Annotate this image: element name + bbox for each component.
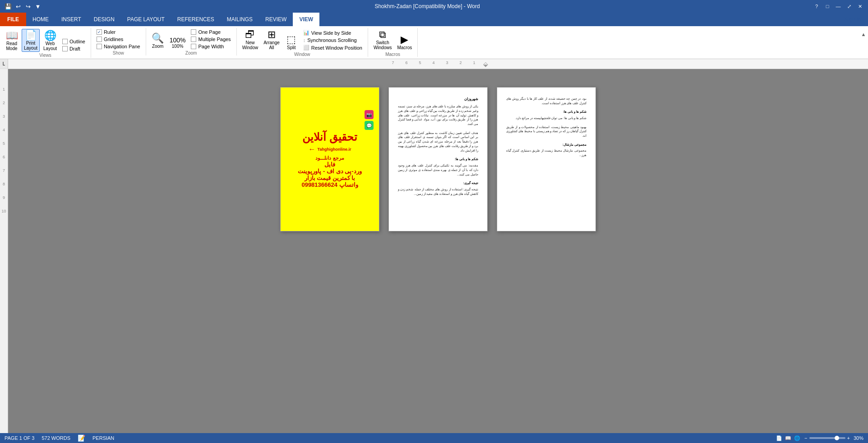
ribbon-display-btn[interactable]: □ — [823, 2, 832, 11]
sign-in-link[interactable]: Sign in — [837, 13, 868, 26]
page2-para4: نتیجه گیری: استفاده از روش های مختلف از … — [398, 187, 478, 196]
draft-check[interactable]: Draft — [60, 46, 87, 52]
zoom-minus-btn[interactable]: − — [804, 435, 807, 441]
zoom-btn[interactable]: 🔍 Zoom — [150, 32, 166, 50]
page-1: 📷 💬 تحقیق آنلاین Tahghighonline.ir ← مرج… — [280, 87, 379, 231]
nav-pane-checkbox-box — [97, 44, 102, 49]
language-indicator[interactable]: PERSIAN — [92, 435, 114, 441]
web-layout-btn[interactable]: 🌐 WebLayout — [42, 30, 59, 52]
new-window-btn[interactable]: 🗗 NewWindow — [240, 29, 260, 51]
zoom-group-label: Zoom — [185, 51, 197, 55]
new-window-icon: 🗗 — [245, 30, 255, 40]
macros-btn[interactable]: ▶ Macros — [395, 34, 414, 51]
macros-group-label: Macros — [385, 52, 400, 57]
title-bar-right: ? □ — ⤢ ✕ — [812, 2, 864, 11]
arrange-all-btn[interactable]: ⊞ ArrangeAll — [262, 29, 282, 51]
nav-pane-label: Navigation Pane — [104, 44, 140, 49]
page-width-checkbox-box — [191, 44, 196, 49]
macros-label: Macros — [397, 45, 412, 50]
arrange-all-icon: ⊞ — [268, 30, 276, 40]
reset-window-btn[interactable]: ⬜ Reset Window Position — [301, 44, 364, 51]
zoom-label: Zoom — [152, 44, 164, 49]
document-scroll[interactable]: 📷 💬 تحقیق آنلاین Tahghighonline.ir ← مرج… — [8, 69, 868, 433]
zoom-percentage[interactable]: 30% — [854, 435, 863, 441]
minimize-btn[interactable]: — — [834, 2, 843, 11]
split-icon: ⬚ — [286, 35, 296, 45]
collapse-ribbon-btn[interactable]: ▲ — [859, 30, 868, 39]
page2-heading: شهروزان — [398, 97, 478, 102]
views-group-label: Views — [39, 53, 51, 58]
multi-pages-check[interactable]: Multiple Pages — [189, 36, 232, 42]
instagram-icon: 📷 — [365, 110, 374, 119]
print-view-icon[interactable]: 📄 — [776, 434, 783, 442]
view-side-label: View Side by Side — [311, 30, 351, 36]
read-view-icon[interactable]: 📖 — [785, 434, 792, 442]
sync-label: Synchronous Scrolling — [307, 37, 356, 43]
ruler-label: Ruler — [104, 29, 115, 35]
outline-check[interactable]: Outline — [60, 38, 87, 45]
tab-design[interactable]: DESIGN — [88, 13, 121, 26]
close-btn[interactable]: ✕ — [855, 2, 864, 11]
show-checks: Ruler Gridlines Navigation Pane — [95, 29, 142, 50]
restore-btn[interactable]: ⤢ — [845, 2, 854, 11]
vr-3: 3 — [3, 114, 5, 128]
ribbon-group-views: 📖 ReadMode 📄 PrintLayout 🌐 WebLayout Out… — [0, 28, 91, 58]
arrange-all-label: ArrangeAll — [263, 40, 280, 50]
spell-check-icon[interactable]: 📝 — [78, 434, 85, 442]
page-2-content: شهروزان یکی از روش های مبارزه با علف های… — [389, 88, 487, 231]
ribbon-tab-bar: FILE HOME INSERT DESIGN PAGE LAYOUT REFE… — [0, 13, 868, 26]
gridlines-check[interactable]: Gridlines — [95, 36, 142, 42]
nav-pane-check[interactable]: Navigation Pane — [95, 43, 142, 50]
word-count: 572 WORDS — [42, 435, 70, 441]
tab-home[interactable]: HOME — [26, 13, 55, 26]
one-page-check[interactable]: One Page — [189, 29, 232, 35]
document-area: 1 2 3 4 5 6 7 8 9 10 📷 💬 تحقیق آنلاین — [0, 69, 868, 433]
new-window-label: NewWindow — [242, 40, 259, 50]
page3-para3: بهبود ماهیتی محیط زیست، استفاده از محصول… — [506, 125, 586, 138]
page2-head2: شکم ها و بانی ها: — [398, 157, 478, 162]
read-mode-label: ReadMode — [6, 41, 17, 51]
zoom-slider-track[interactable] — [809, 437, 845, 439]
ad-social-icons: 📷 💬 — [365, 110, 374, 130]
split-btn[interactable]: ⬚ Split — [283, 34, 300, 51]
zoom-slider-thumb[interactable] — [835, 436, 839, 440]
undo-quick-btn[interactable]: ↩ — [14, 2, 23, 11]
whatsapp-icon: 💬 — [365, 121, 374, 130]
redo-quick-btn[interactable]: ↪ — [23, 2, 32, 11]
ad-arrow: ← — [309, 145, 316, 153]
ribbon-group-window: 🗗 NewWindow ⊞ ArrangeAll ⬚ Split 📊 View … — [237, 28, 368, 57]
read-mode-btn[interactable]: 📖 ReadMode — [4, 30, 20, 52]
macros-items: ⧉ SwitchWindows ▶ Macros — [372, 29, 414, 51]
page-width-check[interactable]: Page Width — [189, 43, 232, 50]
customize-quick-btn[interactable]: ▼ — [33, 2, 42, 11]
switch-windows-btn[interactable]: ⧉ SwitchWindows — [372, 29, 394, 51]
tab-references[interactable]: REFERENCES — [171, 13, 221, 26]
page2-title: شهروزان — [398, 97, 478, 102]
tab-insert[interactable]: INSERT — [55, 13, 88, 26]
zoom-plus-btn[interactable]: + — [847, 435, 850, 441]
zoom-100-label: 100% — [172, 44, 184, 49]
ruler-marker[interactable]: ⬙ — [481, 60, 490, 68]
print-layout-btn[interactable]: 📄 PrintLayout — [22, 29, 40, 52]
save-quick-btn[interactable]: 💾 — [4, 2, 13, 11]
tab-view[interactable]: VIEW — [293, 13, 319, 26]
tab-page-layout[interactable]: PAGE LAYOUT — [121, 13, 171, 26]
ruler-vertical: 1 2 3 4 5 6 7 8 9 10 — [0, 69, 8, 433]
page2-para1: یکی از روش های مبارزه با علف های هرز، مر… — [398, 104, 478, 126]
vr-4: 4 — [3, 128, 5, 141]
window-items-list: 📊 View Side by Side ↕ Synchronous Scroll… — [301, 29, 364, 51]
sync-icon: ↕ — [303, 37, 306, 43]
sync-scrolling-btn[interactable]: ↕ Synchronous Scrolling — [301, 37, 364, 43]
tab-review[interactable]: REVIEW — [259, 13, 293, 26]
web-view-icon[interactable]: 🌐 — [794, 434, 801, 442]
view-side-by-side-btn[interactable]: 📊 View Side by Side — [301, 29, 364, 36]
window-title: Shokhm-Zadan [Compatibility Mode] - Word — [42, 3, 812, 9]
read-mode-icon: 📖 — [6, 31, 18, 41]
status-right: 📄 📖 🌐 − + 30% — [776, 434, 863, 442]
zoom-100-btn[interactable]: 100% 100% — [168, 36, 188, 50]
help-btn[interactable]: ? — [812, 2, 821, 11]
tab-file[interactable]: FILE — [0, 13, 26, 26]
one-page-label: One Page — [198, 29, 221, 35]
tab-mailings[interactable]: MAILINGS — [221, 13, 259, 26]
ruler-check[interactable]: Ruler — [95, 29, 142, 35]
